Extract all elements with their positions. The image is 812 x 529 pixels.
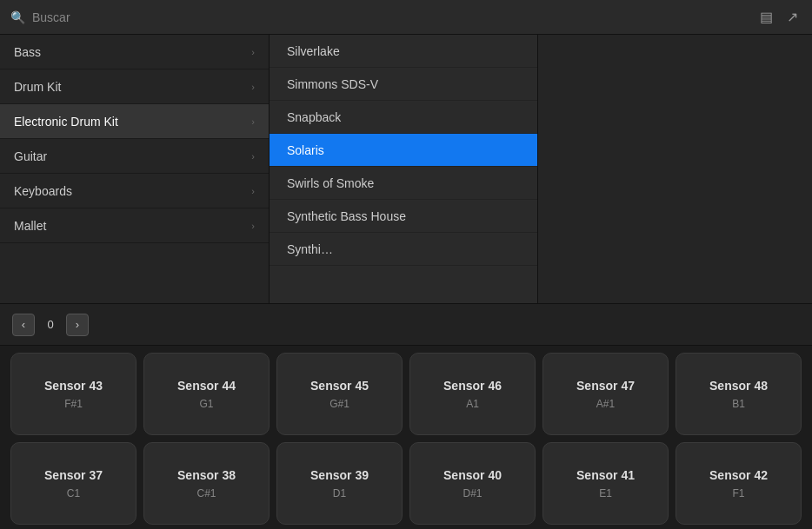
sidebar-item-label: Guitar <box>14 149 47 163</box>
sensor-cell[interactable]: Sensor 44 G1 <box>143 353 270 435</box>
sensor-cell[interactable]: Sensor 40 D#1 <box>409 442 536 525</box>
sensor-cell[interactable]: Sensor 37 C1 <box>10 442 136 525</box>
sensor-name: Sensor 48 <box>709 379 768 393</box>
search-input[interactable] <box>32 10 749 24</box>
sensor-name: Sensor 46 <box>443 379 502 393</box>
sensor-cell[interactable]: Sensor 48 B1 <box>676 353 802 435</box>
center-item-label: Silverlake <box>287 44 340 58</box>
sensor-name: Sensor 39 <box>310 468 369 482</box>
collapse-button[interactable]: ↗ <box>783 7 802 27</box>
sensor-cell[interactable]: Sensor 47 A#1 <box>542 353 669 435</box>
sensor-grid-area: Sensor 43 F#1 Sensor 44 G1 Sensor 45 G#1… <box>0 346 812 529</box>
chevron-icon: › <box>251 82 255 92</box>
center-list-item[interactable]: Silverlake <box>270 35 537 68</box>
right-panel <box>538 35 812 303</box>
center-list-item[interactable]: Synthi… <box>270 233 537 266</box>
sidebar-item-label: Keyboards <box>14 184 72 198</box>
sidebar-item-guitar[interactable]: Guitar› <box>0 139 269 174</box>
sensor-note: C#1 <box>196 487 216 499</box>
center-item-label: Synthetic Bass House <box>287 209 406 223</box>
sensor-row-1: Sensor 37 C1 Sensor 38 C#1 Sensor 39 D1 … <box>10 442 802 525</box>
center-list-item[interactable]: Swirls of Smoke <box>270 167 537 200</box>
sensor-note: D1 <box>333 487 346 499</box>
sensor-note: G#1 <box>329 398 349 410</box>
list-view-button[interactable]: ▤ <box>756 7 776 27</box>
sensor-cell[interactable]: Sensor 41 E1 <box>542 442 669 525</box>
sensor-name: Sensor 44 <box>177 379 236 393</box>
search-bar: 🔍 ▤ ↗ <box>0 0 812 35</box>
sensor-note: F#1 <box>64 398 83 410</box>
sensor-cell[interactable]: Sensor 39 D1 <box>276 442 403 525</box>
sensor-note: D#1 <box>463 487 482 499</box>
search-icon: 🔍 <box>10 10 25 24</box>
sensor-name: Sensor 37 <box>44 468 103 482</box>
page-number: 0 <box>42 318 59 331</box>
sidebar-item-mallet[interactable]: Mallet› <box>0 208 269 243</box>
center-item-label: Synthi… <box>287 242 333 256</box>
center-item-label: Solaris <box>287 143 324 157</box>
search-actions: ▤ ↗ <box>756 7 802 27</box>
chevron-icon: › <box>251 186 255 196</box>
sensor-name: Sensor 40 <box>443 468 502 482</box>
sensor-name: Sensor 47 <box>576 379 635 393</box>
chevron-icon: › <box>251 151 255 162</box>
chevron-icon: › <box>251 116 255 127</box>
sidebar: Bass›Drum Kit›Electronic Drum Kit›Guitar… <box>0 35 270 303</box>
sensor-cell[interactable]: Sensor 43 F#1 <box>10 353 136 435</box>
sidebar-item-bass[interactable]: Bass› <box>0 35 269 69</box>
chevron-icon: › <box>251 47 255 57</box>
sensor-name: Sensor 42 <box>709 468 768 482</box>
sensor-note: A#1 <box>596 398 615 410</box>
next-page-button[interactable]: › <box>66 314 89 336</box>
center-item-label: Swirls of Smoke <box>287 176 374 190</box>
sidebar-item-drum-kit[interactable]: Drum Kit› <box>0 69 269 104</box>
browser-area: Bass›Drum Kit›Electronic Drum Kit›Guitar… <box>0 35 812 304</box>
chevron-icon: › <box>251 221 255 231</box>
sensor-note: F1 <box>732 487 744 499</box>
sensor-note: G1 <box>199 398 213 410</box>
sidebar-item-keyboards[interactable]: Keyboards› <box>0 174 269 208</box>
center-item-label: Snapback <box>287 110 341 124</box>
sidebar-item-electronic-drum-kit[interactable]: Electronic Drum Kit› <box>0 104 269 139</box>
center-list-item[interactable]: Solaris <box>270 134 537 167</box>
sensor-cell[interactable]: Sensor 45 G#1 <box>276 353 403 435</box>
center-item-label: Simmons SDS-V <box>287 77 378 91</box>
sensor-name: Sensor 45 <box>310 379 369 393</box>
sensor-name: Sensor 41 <box>576 468 635 482</box>
sensor-name: Sensor 38 <box>177 468 236 482</box>
center-list-item[interactable]: Snapback <box>270 101 537 134</box>
prev-page-button[interactable]: ‹ <box>12 314 35 336</box>
sensor-note: B1 <box>732 398 745 410</box>
sidebar-item-label: Mallet <box>14 219 46 233</box>
pagination-bar: ‹ 0 › <box>0 304 812 346</box>
sensor-cell[interactable]: Sensor 38 C#1 <box>143 442 270 525</box>
sidebar-item-label: Electronic Drum Kit <box>14 115 118 129</box>
center-list-item[interactable]: Simmons SDS-V <box>270 68 537 101</box>
sensor-name: Sensor 43 <box>44 379 103 393</box>
center-panel: SilverlakeSimmons SDS-VSnapbackSolarisSw… <box>270 35 538 303</box>
sensor-cell[interactable]: Sensor 42 F1 <box>676 442 802 525</box>
sensor-cell[interactable]: Sensor 46 A1 <box>409 353 536 435</box>
center-list-item[interactable]: Synthetic Bass House <box>270 200 537 233</box>
sidebar-item-label: Drum Kit <box>14 80 61 94</box>
sensor-note: A1 <box>466 398 479 410</box>
sensor-row-0: Sensor 43 F#1 Sensor 44 G1 Sensor 45 G#1… <box>10 353 802 435</box>
sidebar-item-label: Bass <box>14 45 41 59</box>
sensor-note: E1 <box>599 487 612 499</box>
sensor-note: C1 <box>67 487 80 499</box>
